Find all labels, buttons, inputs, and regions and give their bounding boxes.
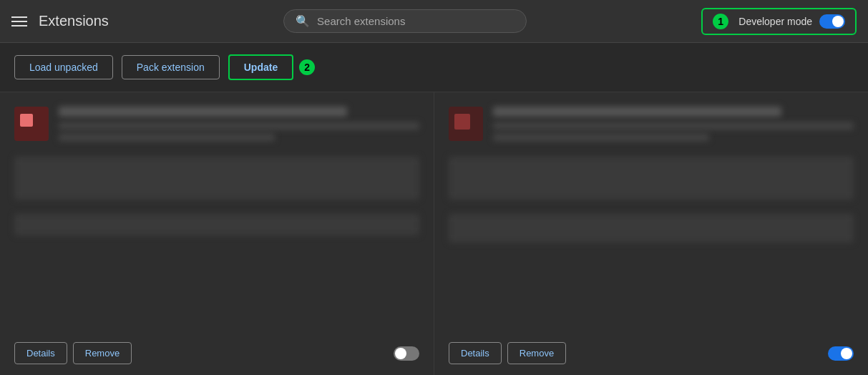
ext-body-1 (14, 157, 419, 200)
ext-toggle-thumb-2 (841, 348, 852, 359)
ext-desc-2b (493, 134, 709, 141)
search-bar: 🔍 (109, 9, 701, 33)
extensions-grid: Details Remove (0, 92, 868, 375)
update-button[interactable]: Update (228, 54, 293, 80)
search-input[interactable] (317, 15, 515, 27)
ext-remove-button-2[interactable]: Remove (507, 342, 566, 364)
page-title: Extensions (39, 13, 109, 29)
ext-desc-1b (59, 134, 275, 141)
main-content: Details Remove (0, 92, 868, 375)
ext-info-1 (59, 107, 419, 145)
developer-mode-label: Developer mode (738, 16, 812, 27)
ext-info-2 (493, 107, 854, 145)
load-unpacked-button[interactable]: Load unpacked (14, 55, 113, 79)
ext-footer-2: Details Remove (449, 342, 854, 364)
ext-name-2 (493, 107, 781, 117)
ext-toggle-thumb-1 (395, 348, 406, 359)
toolbar: Load unpacked Pack extension Update 2 (0, 43, 868, 92)
ext-body-2b (449, 214, 854, 243)
update-wrapper: Update 2 (228, 54, 315, 80)
search-icon: 🔍 (296, 14, 310, 28)
developer-mode-toggle[interactable] (819, 14, 845, 29)
ext-details-button-1[interactable]: Details (14, 342, 67, 364)
pack-extension-button[interactable]: Pack extension (122, 55, 220, 79)
search-bar-inner: 🔍 (283, 9, 527, 33)
extension-card-2: Details Remove (434, 92, 868, 375)
ext-btns-1: Details Remove (14, 342, 132, 364)
ext-btns-2: Details Remove (449, 342, 566, 364)
ext-footer-1: Details Remove (14, 342, 419, 364)
header: Extensions 🔍 1 Developer mode (0, 0, 868, 43)
ext-name-1 (59, 107, 347, 117)
extension-card-1: Details Remove (0, 92, 434, 375)
ext-toggle-2[interactable] (828, 346, 854, 361)
developer-mode-section: 1 Developer mode (701, 8, 857, 35)
ext-header-2 (449, 107, 854, 145)
ext-icon-1 (14, 107, 49, 141)
header-left: Extensions (11, 13, 109, 29)
ext-body-1b (14, 214, 419, 235)
ext-icon-2 (449, 107, 483, 141)
ext-remove-button-1[interactable]: Remove (73, 342, 132, 364)
hamburger-icon[interactable] (11, 16, 27, 26)
ext-toggle-1[interactable] (394, 346, 419, 361)
ext-desc-2a (493, 122, 854, 130)
ext-body-2 (449, 157, 854, 200)
step2-badge: 2 (299, 59, 315, 75)
ext-details-button-2[interactable]: Details (449, 342, 502, 364)
ext-header-1 (14, 107, 419, 145)
ext-desc-1a (59, 122, 419, 130)
step1-badge: 1 (713, 14, 728, 29)
